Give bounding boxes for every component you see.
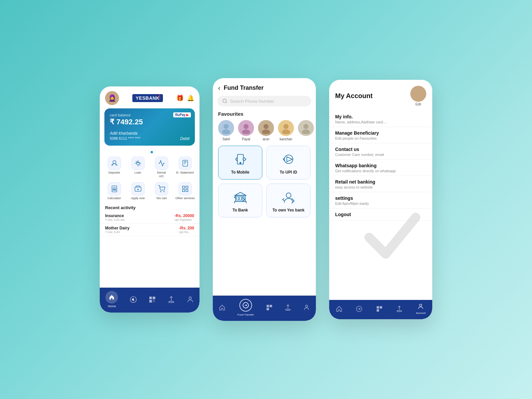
- nav-home-label: Home: [108, 305, 116, 308]
- search-bar[interactable]: Search Phone Number: [217, 96, 311, 106]
- transfer-to-bank[interactable]: To Bank: [218, 184, 262, 217]
- fav-sahil[interactable]: Sahil: [218, 120, 234, 141]
- menu-logout[interactable]: Logout: [329, 208, 432, 221]
- statement-icon: [179, 157, 192, 170]
- p2-home-icon: [219, 304, 225, 311]
- svg-point-18: [164, 191, 164, 192]
- svg-rect-20: [186, 186, 188, 188]
- svg-point-36: [222, 130, 230, 134]
- p3-nav-qr[interactable]: [376, 306, 383, 312]
- menu-yescart[interactable]: Yes cart: [150, 181, 173, 201]
- menu-apply[interactable]: Apply now: [127, 181, 149, 201]
- menu-retail-net[interactable]: Retail net banking easy access to websit…: [329, 176, 432, 192]
- menu-other[interactable]: Other services: [174, 181, 196, 201]
- card-holder-name: Aditi kharbanda: [110, 131, 190, 136]
- p3-nav-account[interactable]: Account: [416, 303, 426, 315]
- demat-icon: [155, 157, 168, 170]
- svg-point-64: [413, 96, 424, 100]
- p2-nav-home[interactable]: [219, 304, 225, 311]
- nav-pay[interactable]: [168, 296, 175, 303]
- p2-nav-pay[interactable]: [285, 304, 291, 311]
- edit-avatar-section[interactable]: Edit: [410, 86, 426, 106]
- fav-arun[interactable]: arun: [258, 120, 274, 141]
- phone-my-account: My Account Edit My info. Name, address,A…: [329, 80, 432, 319]
- search-placeholder: Search Phone Number: [230, 99, 274, 104]
- p2-nav-transfer[interactable]: Fund Transfer: [237, 299, 254, 316]
- svg-point-9: [114, 189, 115, 189]
- menu-whatsapp-banking[interactable]: Whatsapp banking Get notifications direc…: [329, 160, 432, 176]
- svg-rect-60: [267, 309, 268, 310]
- to-yes-bank-label: To own Yes bank: [272, 208, 304, 212]
- dot-1: [147, 151, 149, 153]
- card-type: Debit: [180, 136, 190, 141]
- svg-rect-71: [377, 310, 378, 311]
- demat-label: Demat A/C: [157, 171, 166, 178]
- p2-nav-profile[interactable]: [303, 304, 310, 311]
- svg-point-46: [240, 162, 241, 164]
- p3-nav-pay[interactable]: [396, 306, 403, 312]
- fav-more[interactable]: [298, 120, 314, 141]
- to-yes-bank-icon: [281, 190, 296, 204]
- p3-transfer-icon: [356, 306, 362, 312]
- menu-demat[interactable]: Demat A/C: [150, 155, 173, 180]
- svg-point-41: [284, 124, 289, 129]
- apply-label: Apply now: [131, 197, 145, 200]
- svg-point-13: [115, 190, 116, 190]
- bell-icon[interactable]: 🔔: [187, 94, 194, 102]
- nav-qr[interactable]: [149, 296, 156, 303]
- fav-name-arun: arun: [263, 137, 269, 141]
- other-label: Other services: [175, 197, 195, 200]
- svg-rect-70: [380, 307, 381, 308]
- svg-rect-19: [182, 186, 184, 188]
- nav-home[interactable]: Home: [105, 291, 118, 308]
- transfer-to-yes-bank[interactable]: To own Yes bank: [266, 184, 311, 217]
- menu-deposits[interactable]: Deposits: [103, 155, 125, 180]
- svg-rect-21: [182, 189, 184, 191]
- menu-manage-beneficiary[interactable]: Manage Beneficiary Edit people on Favour…: [329, 127, 432, 143]
- recent-type-2: Upi Pa...: [179, 230, 194, 234]
- home-header: 🧕 YES/BANK 🎁 🔔: [100, 86, 200, 108]
- menu-loan[interactable]: Loan: [127, 155, 149, 180]
- card-pagination: [100, 151, 200, 153]
- fund-transfer-title: Fund Transfer: [224, 84, 264, 91]
- menu-contact-us[interactable]: Contact us Customer Care number, email: [329, 143, 432, 160]
- p2-nav-qr[interactable]: [266, 304, 273, 311]
- my-account-header: My Account Edit: [329, 80, 432, 111]
- svg-rect-72: [397, 311, 401, 312]
- back-button[interactable]: ‹: [218, 84, 220, 92]
- contact-us-title: Contact us: [335, 147, 426, 152]
- user-avatar[interactable]: 🧕: [105, 91, 119, 105]
- to-bank-label: To Bank: [232, 208, 248, 212]
- fund-transfer-header: ‹ Fund Transfer: [213, 78, 316, 96]
- svg-point-53: [286, 193, 291, 198]
- svg-point-63: [415, 89, 422, 95]
- p2-qr-icon: [266, 304, 273, 311]
- menu-statement[interactable]: E- Statement: [174, 155, 196, 180]
- gift-icon[interactable]: 🎁: [176, 94, 184, 102]
- nav-transfer[interactable]: ₹: [130, 296, 137, 303]
- svg-point-43: [304, 124, 309, 129]
- debit-card: RuPay▶ card balance ₹ 7492.25 Aditi khar…: [104, 108, 195, 146]
- svg-point-32: [189, 297, 191, 299]
- menu-calculator[interactable]: Calculator: [103, 181, 125, 201]
- settings-subtitle: Edit Apin/Mpin easily: [335, 201, 426, 205]
- statement-label: E- Statement: [176, 171, 194, 175]
- svg-point-0: [113, 161, 116, 164]
- menu-settings[interactable]: settings Edit Apin/Mpin easily: [329, 192, 432, 208]
- fav-payal[interactable]: Payal: [238, 120, 254, 141]
- svg-rect-29: [154, 297, 155, 298]
- fav-avatar-arun: [258, 120, 274, 136]
- transfer-to-upi[interactable]: To UPI ID: [266, 146, 311, 180]
- fav-kanchan[interactable]: kanchan: [278, 120, 294, 141]
- fav-avatar-kanchan: [278, 120, 294, 136]
- p3-nav-transfer[interactable]: [356, 306, 362, 312]
- svg-rect-51: [239, 197, 241, 200]
- recent-amount-2: -Rs. 200: [179, 226, 194, 230]
- nav-profile[interactable]: [187, 296, 194, 303]
- svg-point-33: [223, 99, 226, 103]
- menu-my-info[interactable]: My info. Name, address,Aadhaar card....: [329, 111, 432, 127]
- transfer-to-mobile[interactable]: To Mobile: [218, 146, 262, 180]
- p3-nav-home[interactable]: [336, 306, 342, 312]
- recent-date-2: 7 nov, 3:43: [105, 230, 129, 234]
- calculator-icon: [108, 182, 121, 196]
